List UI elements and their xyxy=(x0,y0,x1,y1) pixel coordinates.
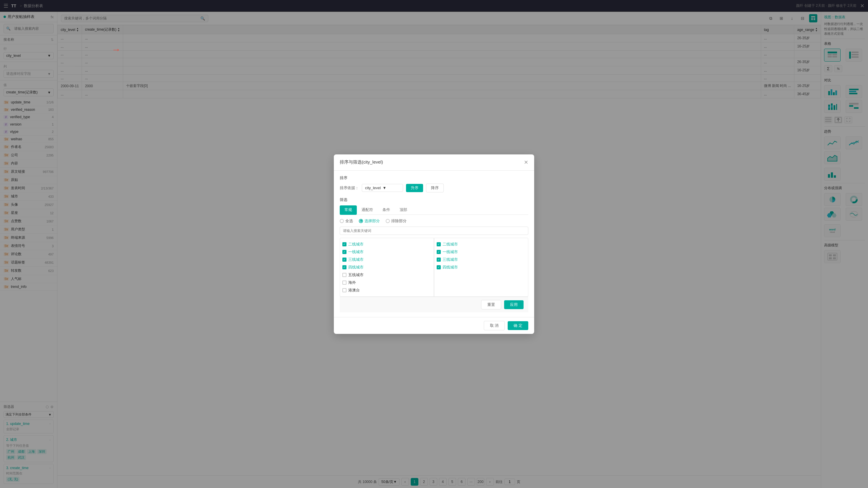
checkbox-label: 二线城市 xyxy=(348,242,364,247)
sort-field-dropdown[interactable]: city_level ▼ xyxy=(362,184,403,192)
radio-select-label: 选择部分 xyxy=(365,218,380,224)
radio-exclude-label: 排除部分 xyxy=(391,218,407,224)
checkbox-item[interactable]: 港澳台 xyxy=(342,286,431,294)
checkbox-label: 海外 xyxy=(348,280,356,285)
sort-desc-btn[interactable]: 降序 xyxy=(426,184,444,192)
modal-header: 排序与筛选(city_level) ✕ xyxy=(334,154,534,171)
checkbox-label: 一线城市 xyxy=(348,249,364,254)
checkbox-item[interactable]: 四线城市 xyxy=(342,264,431,271)
sort-section-label: 排序 xyxy=(340,175,528,181)
chevron-down-icon: ▼ xyxy=(382,186,386,190)
left-checkbox-col: 二线城市 一线城市 三线城市 四线城市 五线城市 海外 港澳台 xyxy=(340,238,434,297)
filter-modal-section: 筛选 常规 通配符 条件 顶部 全选 选择部分 xyxy=(340,197,528,312)
radio-exclude[interactable]: 排除部分 xyxy=(386,218,407,224)
radio-exclude-circle xyxy=(386,219,390,223)
checkbox-label: 四线城市 xyxy=(442,265,458,270)
modal-title: 排序与筛选(city_level) xyxy=(340,159,383,165)
filter-search-input[interactable] xyxy=(340,226,528,235)
modal-body: 排序 排序依据： city_level ▼ 升序 降序 筛选 常规 通配符 xyxy=(334,171,534,317)
checkbox-label: 港澳台 xyxy=(348,287,360,293)
cancel-btn[interactable]: 取 消 xyxy=(484,321,505,330)
reset-btn[interactable]: 重置 xyxy=(481,300,501,309)
checkbox-item[interactable]: 二线城市 xyxy=(342,241,431,248)
checkbox-item[interactable]: 四线城市 xyxy=(437,264,526,271)
checkbox-box xyxy=(342,288,346,292)
checkbox-box xyxy=(342,242,346,246)
modal-close-icon[interactable]: ✕ xyxy=(524,159,528,165)
checkbox-box xyxy=(437,242,441,246)
radio-select-circle xyxy=(359,219,363,223)
confirm-btn[interactable]: 确 定 xyxy=(508,321,528,330)
checkbox-item[interactable]: 三线城市 xyxy=(437,256,526,264)
right-checkbox-col: 二线城市 一线城市 三线城市 四线城市 xyxy=(434,238,528,297)
checkbox-item[interactable]: 一线城市 xyxy=(437,248,526,256)
checkbox-item[interactable]: 五线城市 xyxy=(342,271,431,279)
checkbox-box xyxy=(342,280,346,285)
checkbox-item[interactable]: 一线城市 xyxy=(342,248,431,256)
checkbox-label: 二线城市 xyxy=(442,242,458,247)
filter-radio-group: 全选 选择部分 排除部分 xyxy=(340,218,528,224)
checkbox-box xyxy=(342,250,346,254)
sort-by-label: 排序依据： xyxy=(340,185,359,191)
checkbox-item[interactable]: 二线城市 xyxy=(437,241,526,248)
arrow-indicator: → xyxy=(112,44,121,55)
checkbox-label: 四线城市 xyxy=(348,265,364,270)
radio-all-label: 全选 xyxy=(345,218,353,224)
apply-btn[interactable]: 应用 xyxy=(504,300,524,309)
checkbox-label: 一线城市 xyxy=(442,249,458,254)
tab-wildcard[interactable]: 通配符 xyxy=(357,205,378,215)
sort-row: 排序依据： city_level ▼ 升序 降序 xyxy=(340,184,528,192)
tab-regular[interactable]: 常规 xyxy=(340,205,357,215)
checkbox-label: 五线城市 xyxy=(348,272,364,278)
checkbox-box xyxy=(342,265,346,269)
checkbox-item[interactable]: 三线城市 xyxy=(342,256,431,264)
modal-overlay: → 排序与筛选(city_level) ✕ 排序 排序依据： city_leve… xyxy=(0,0,868,488)
radio-select[interactable]: 选择部分 xyxy=(359,218,380,224)
radio-all-circle xyxy=(340,219,344,223)
tab-top[interactable]: 顶部 xyxy=(395,205,412,215)
modal-footer: 取 消 确 定 xyxy=(334,317,534,334)
checkbox-box xyxy=(342,257,346,262)
checkbox-box xyxy=(437,250,441,254)
checkbox-columns: 二线城市 一线城市 三线城市 四线城市 五线城市 海外 港澳台 二线城市 xyxy=(340,238,528,297)
checkbox-label: 三线城市 xyxy=(348,257,364,262)
checkbox-box xyxy=(342,273,346,277)
tab-condition[interactable]: 条件 xyxy=(378,205,395,215)
checkbox-item[interactable]: 海外 xyxy=(342,279,431,286)
radio-all[interactable]: 全选 xyxy=(340,218,353,224)
checkbox-box xyxy=(437,265,441,269)
modal-inner-actions: 重置 应用 xyxy=(340,297,528,312)
checkbox-label: 三线城市 xyxy=(442,257,458,262)
filter-modal-label: 筛选 xyxy=(340,197,528,203)
filter-tabs: 常规 通配符 条件 顶部 xyxy=(340,205,528,215)
sort-asc-btn[interactable]: 升序 xyxy=(406,184,423,192)
sort-section: 排序 排序依据： city_level ▼ 升序 降序 xyxy=(340,175,528,192)
sort-filter-modal: 排序与筛选(city_level) ✕ 排序 排序依据： city_level … xyxy=(334,154,534,334)
checkbox-box xyxy=(437,257,441,262)
